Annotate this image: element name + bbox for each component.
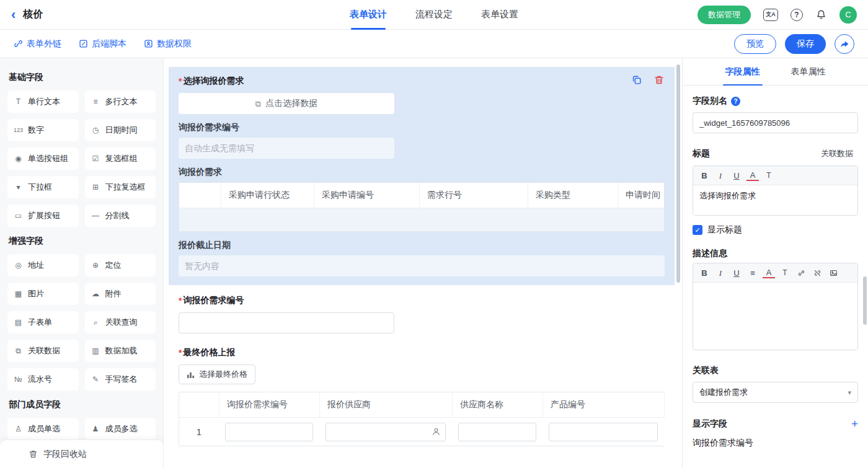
alias-help-icon[interactable]: ? — [731, 97, 740, 106]
font-color-icon[interactable]: A — [763, 268, 775, 278]
sidebar-item-single-line-text[interactable]: T单行文本 — [7, 91, 79, 113]
tab-flow-setting[interactable]: 流程设定 — [415, 0, 453, 30]
demand-no-cell-input[interactable] — [225, 423, 313, 441]
tab-form-setting[interactable]: 表单设置 — [481, 0, 518, 30]
add-display-field-icon[interactable]: + — [851, 418, 858, 430]
tab-form-properties[interactable]: 表单属性 — [791, 58, 826, 85]
sidebar-item-select[interactable]: ▾下拉框 — [7, 176, 79, 198]
sidebar-item-image[interactable]: ▦图片 — [7, 283, 79, 305]
title-editor-content[interactable]: 选择询报价需求 — [693, 185, 857, 215]
recycle-bin-icon — [29, 449, 38, 459]
description-editor-content[interactable] — [693, 283, 857, 350]
linked-data-button[interactable]: 关联数据 — [816, 146, 858, 162]
tab-form-design[interactable]: 表单设计 — [350, 0, 387, 30]
back-icon[interactable]: ‹ — [11, 8, 16, 22]
remove-link-icon[interactable] — [811, 267, 823, 279]
required-mark: * — [179, 296, 182, 306]
datetime-icon: ◷ — [91, 126, 101, 134]
form-canvas[interactable]: * 选择询报价需求 ⧉ 点击选择数据 询报价需求编号 询报价需求 采购申请行状态… — [164, 58, 682, 468]
share-button[interactable] — [835, 34, 854, 54]
help-icon[interactable]: ? — [790, 9, 803, 21]
sidebar-item-radio-group[interactable]: ◉单选按钮组 — [7, 148, 79, 170]
link-icon — [14, 39, 23, 48]
sidebar-item-data-load[interactable]: ▥数据加载 — [85, 340, 156, 362]
sidebar-item-member-multi[interactable]: ♟成员多选 — [85, 418, 156, 440]
tab-label: 表单属性 — [791, 66, 826, 77]
sidebar-item-checkbox-group[interactable]: ☑复选框组 — [85, 148, 156, 170]
panel-body: 字段别名 ? 标题 关联数据 B I U A T 选择询报价需求 ✓ — [683, 86, 868, 449]
field-recycle-bin[interactable]: 字段回收站 — [0, 439, 163, 468]
sidebar-item-datetime[interactable]: ◷日期时间 — [85, 119, 156, 141]
field-label: 成员单选 — [28, 423, 60, 435]
preview-button[interactable]: 预览 — [734, 34, 776, 54]
widget-inquiry-demand-no[interactable]: * 询报价需求编号 — [169, 295, 675, 333]
sidebar-item-multi-line-text[interactable]: ≡多行文本 — [85, 91, 156, 113]
sidebar-item-subform[interactable]: ▤子表单 — [7, 311, 79, 333]
field-alias-input[interactable] — [693, 112, 858, 133]
chevron-down-icon: ▾ — [848, 389, 851, 397]
sidebar-item-divider[interactable]: —分割线 — [85, 205, 156, 227]
sidebar-item-location[interactable]: ⊕定位 — [85, 254, 156, 276]
sidebar-item-attachment[interactable]: ☁附件 — [85, 283, 156, 305]
related-table-select[interactable]: 创建报价需求 ▾ — [693, 382, 858, 403]
sidebar-item-serial-number[interactable]: №流水号 — [7, 368, 79, 391]
underline-icon[interactable]: U — [730, 169, 743, 182]
sub-field-label: 报价截止日期 — [179, 240, 665, 251]
canvas-scrollbar[interactable] — [676, 64, 680, 283]
tab-field-properties[interactable]: 字段属性 — [725, 58, 760, 85]
data-permission-link[interactable]: 数据权限 — [144, 38, 192, 50]
display-fields-row: 显示字段 + — [693, 418, 858, 430]
display-field-item[interactable]: 询报价需求编号 — [693, 438, 858, 449]
insert-image-icon[interactable] — [827, 267, 839, 279]
sidebar-item-address[interactable]: ◎地址 — [7, 254, 79, 276]
inquiry-demand-no-input[interactable] — [179, 312, 394, 333]
field-label: 数字 — [28, 125, 44, 136]
recycle-bin-label: 字段回收站 — [43, 449, 87, 460]
product-no-cell-input[interactable] — [549, 423, 658, 441]
font-color-icon[interactable]: A — [746, 170, 759, 181]
supplier-cell-input[interactable] — [326, 423, 446, 441]
avatar[interactable]: C — [839, 6, 857, 24]
italic-icon[interactable]: I — [714, 169, 727, 182]
required-mark: * — [179, 348, 182, 358]
save-button[interactable]: 保存 — [785, 34, 826, 54]
multi-select-icon: ⊞ — [91, 183, 101, 191]
sidebar-item-linked-data[interactable]: ⧉关联数据 — [7, 340, 79, 362]
bar-chart-icon — [187, 371, 195, 379]
widget-select-inquiry-demand[interactable]: * 选择询报价需求 ⧉ 点击选择数据 询报价需求编号 询报价需求 采购申请行状态… — [169, 67, 675, 285]
quote-deadline-input[interactable] — [179, 255, 665, 276]
delete-icon[interactable] — [653, 74, 665, 86]
insert-link-icon[interactable] — [795, 267, 807, 279]
field-label: 子表单 — [28, 317, 52, 328]
font-size-icon[interactable]: T — [763, 169, 775, 182]
italic-icon[interactable]: I — [714, 267, 727, 279]
sidebar-item-linked-query[interactable]: ⌕关联查询 — [85, 311, 156, 333]
pick-data-button[interactable]: ⧉ 点击选择数据 — [179, 93, 394, 114]
field-alias-label: 字段别名 ? — [693, 95, 858, 107]
underline-icon[interactable]: U — [730, 267, 743, 279]
bold-icon[interactable]: B — [698, 267, 711, 279]
form-external-link[interactable]: 表单外链 — [14, 38, 61, 50]
bell-icon[interactable] — [815, 9, 827, 20]
sidebar-item-multi-select[interactable]: ⊞下拉复选框 — [85, 176, 156, 198]
select-final-price-button[interactable]: 选择最终价格 — [179, 364, 255, 384]
show-title-checkbox[interactable]: ✓ — [693, 225, 702, 235]
title-rich-editor: B I U A T 选择询报价需求 — [693, 166, 858, 216]
supplier-name-cell-input[interactable] — [458, 423, 536, 441]
font-size-icon[interactable]: T — [779, 267, 791, 279]
align-icon[interactable]: ≡ — [746, 267, 759, 279]
data-manage-button[interactable]: 数据管理 — [698, 6, 751, 24]
table-cell — [664, 423, 665, 441]
backend-script-link[interactable]: 后端脚本 — [79, 38, 126, 50]
bold-icon[interactable]: B — [698, 169, 711, 182]
copy-icon[interactable] — [631, 74, 642, 86]
language-icon[interactable]: 文A — [763, 9, 778, 21]
demand-no-input[interactable] — [179, 138, 394, 159]
sidebar-item-number[interactable]: 123数字 — [7, 119, 79, 141]
sidebar-item-signature[interactable]: ✎手写签名 — [85, 368, 156, 391]
sidebar-item-extend-button[interactable]: ▭扩展按钮 — [7, 205, 79, 227]
panel-scrollbar[interactable] — [863, 276, 867, 325]
widget-final-price-report[interactable]: * 最终价格上报 选择最终价格 询报价需求编号 报价供应商 供应商名称 产品编号 — [169, 347, 675, 446]
tab-label: 流程设定 — [415, 9, 453, 20]
sidebar-item-member-single[interactable]: ♙成员单选 — [7, 418, 79, 440]
